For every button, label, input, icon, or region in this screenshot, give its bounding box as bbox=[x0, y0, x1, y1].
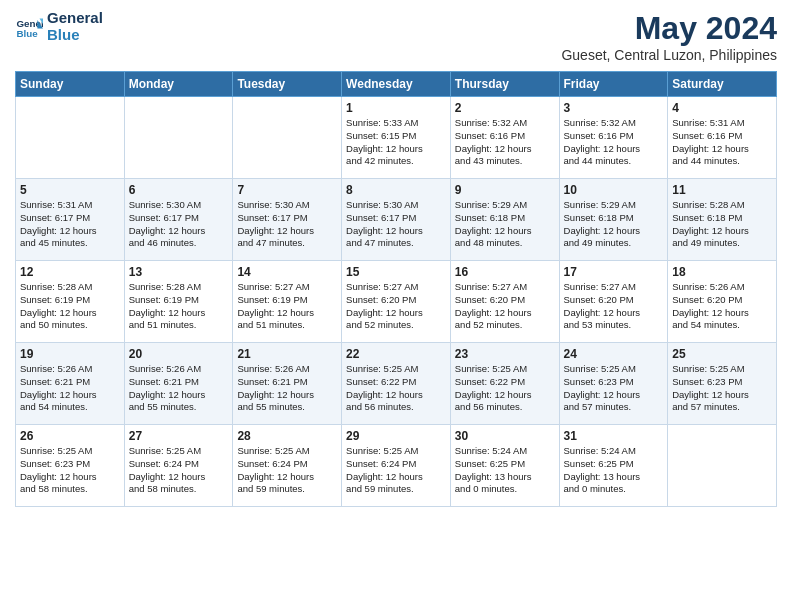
day-number: 22 bbox=[346, 347, 446, 361]
day-number: 15 bbox=[346, 265, 446, 279]
main-title: May 2024 bbox=[561, 10, 777, 47]
week-row-3: 12Sunrise: 5:28 AM Sunset: 6:19 PM Dayli… bbox=[16, 261, 777, 343]
day-number: 12 bbox=[20, 265, 120, 279]
day-info: Sunrise: 5:32 AM Sunset: 6:16 PM Dayligh… bbox=[564, 117, 664, 168]
calendar-header: SundayMondayTuesdayWednesdayThursdayFrid… bbox=[16, 72, 777, 97]
day-number: 29 bbox=[346, 429, 446, 443]
day-info: Sunrise: 5:25 AM Sunset: 6:23 PM Dayligh… bbox=[20, 445, 120, 496]
calendar-body: 1Sunrise: 5:33 AM Sunset: 6:15 PM Daylig… bbox=[16, 97, 777, 507]
day-info: Sunrise: 5:27 AM Sunset: 6:20 PM Dayligh… bbox=[346, 281, 446, 332]
day-number: 20 bbox=[129, 347, 229, 361]
day-info: Sunrise: 5:28 AM Sunset: 6:19 PM Dayligh… bbox=[20, 281, 120, 332]
week-row-1: 1Sunrise: 5:33 AM Sunset: 6:15 PM Daylig… bbox=[16, 97, 777, 179]
day-info: Sunrise: 5:32 AM Sunset: 6:16 PM Dayligh… bbox=[455, 117, 555, 168]
day-info: Sunrise: 5:30 AM Sunset: 6:17 PM Dayligh… bbox=[237, 199, 337, 250]
header-monday: Monday bbox=[124, 72, 233, 97]
day-number: 9 bbox=[455, 183, 555, 197]
week-row-4: 19Sunrise: 5:26 AM Sunset: 6:21 PM Dayli… bbox=[16, 343, 777, 425]
day-number: 16 bbox=[455, 265, 555, 279]
calendar-cell bbox=[16, 97, 125, 179]
day-number: 8 bbox=[346, 183, 446, 197]
day-number: 30 bbox=[455, 429, 555, 443]
subtitle: Gueset, Central Luzon, Philippines bbox=[561, 47, 777, 63]
calendar-cell bbox=[233, 97, 342, 179]
day-info: Sunrise: 5:25 AM Sunset: 6:24 PM Dayligh… bbox=[346, 445, 446, 496]
calendar-cell: 7Sunrise: 5:30 AM Sunset: 6:17 PM Daylig… bbox=[233, 179, 342, 261]
day-info: Sunrise: 5:24 AM Sunset: 6:25 PM Dayligh… bbox=[455, 445, 555, 496]
day-number: 26 bbox=[20, 429, 120, 443]
day-number: 1 bbox=[346, 101, 446, 115]
week-row-2: 5Sunrise: 5:31 AM Sunset: 6:17 PM Daylig… bbox=[16, 179, 777, 261]
calendar-cell: 8Sunrise: 5:30 AM Sunset: 6:17 PM Daylig… bbox=[342, 179, 451, 261]
calendar-table: SundayMondayTuesdayWednesdayThursdayFrid… bbox=[15, 71, 777, 507]
week-row-5: 26Sunrise: 5:25 AM Sunset: 6:23 PM Dayli… bbox=[16, 425, 777, 507]
day-number: 27 bbox=[129, 429, 229, 443]
day-info: Sunrise: 5:27 AM Sunset: 6:19 PM Dayligh… bbox=[237, 281, 337, 332]
header-saturday: Saturday bbox=[668, 72, 777, 97]
day-number: 3 bbox=[564, 101, 664, 115]
day-number: 4 bbox=[672, 101, 772, 115]
day-number: 2 bbox=[455, 101, 555, 115]
day-info: Sunrise: 5:29 AM Sunset: 6:18 PM Dayligh… bbox=[564, 199, 664, 250]
calendar-cell: 5Sunrise: 5:31 AM Sunset: 6:17 PM Daylig… bbox=[16, 179, 125, 261]
day-number: 25 bbox=[672, 347, 772, 361]
day-info: Sunrise: 5:31 AM Sunset: 6:17 PM Dayligh… bbox=[20, 199, 120, 250]
day-number: 21 bbox=[237, 347, 337, 361]
calendar-cell: 4Sunrise: 5:31 AM Sunset: 6:16 PM Daylig… bbox=[668, 97, 777, 179]
header-tuesday: Tuesday bbox=[233, 72, 342, 97]
day-info: Sunrise: 5:24 AM Sunset: 6:25 PM Dayligh… bbox=[564, 445, 664, 496]
calendar-cell: 21Sunrise: 5:26 AM Sunset: 6:21 PM Dayli… bbox=[233, 343, 342, 425]
calendar-cell: 19Sunrise: 5:26 AM Sunset: 6:21 PM Dayli… bbox=[16, 343, 125, 425]
day-number: 7 bbox=[237, 183, 337, 197]
day-info: Sunrise: 5:26 AM Sunset: 6:21 PM Dayligh… bbox=[129, 363, 229, 414]
calendar-cell: 10Sunrise: 5:29 AM Sunset: 6:18 PM Dayli… bbox=[559, 179, 668, 261]
calendar-cell: 22Sunrise: 5:25 AM Sunset: 6:22 PM Dayli… bbox=[342, 343, 451, 425]
day-info: Sunrise: 5:25 AM Sunset: 6:22 PM Dayligh… bbox=[346, 363, 446, 414]
calendar-cell: 12Sunrise: 5:28 AM Sunset: 6:19 PM Dayli… bbox=[16, 261, 125, 343]
calendar-cell: 11Sunrise: 5:28 AM Sunset: 6:18 PM Dayli… bbox=[668, 179, 777, 261]
day-number: 14 bbox=[237, 265, 337, 279]
day-info: Sunrise: 5:26 AM Sunset: 6:20 PM Dayligh… bbox=[672, 281, 772, 332]
day-info: Sunrise: 5:28 AM Sunset: 6:18 PM Dayligh… bbox=[672, 199, 772, 250]
day-number: 5 bbox=[20, 183, 120, 197]
calendar-cell: 3Sunrise: 5:32 AM Sunset: 6:16 PM Daylig… bbox=[559, 97, 668, 179]
day-number: 17 bbox=[564, 265, 664, 279]
calendar-cell: 27Sunrise: 5:25 AM Sunset: 6:24 PM Dayli… bbox=[124, 425, 233, 507]
title-block: May 2024 Gueset, Central Luzon, Philippi… bbox=[561, 10, 777, 63]
day-info: Sunrise: 5:31 AM Sunset: 6:16 PM Dayligh… bbox=[672, 117, 772, 168]
calendar-cell: 13Sunrise: 5:28 AM Sunset: 6:19 PM Dayli… bbox=[124, 261, 233, 343]
calendar-cell: 16Sunrise: 5:27 AM Sunset: 6:20 PM Dayli… bbox=[450, 261, 559, 343]
calendar-cell: 30Sunrise: 5:24 AM Sunset: 6:25 PM Dayli… bbox=[450, 425, 559, 507]
day-info: Sunrise: 5:30 AM Sunset: 6:17 PM Dayligh… bbox=[346, 199, 446, 250]
logo-text-general: General bbox=[47, 10, 103, 27]
calendar-cell: 2Sunrise: 5:32 AM Sunset: 6:16 PM Daylig… bbox=[450, 97, 559, 179]
header-sunday: Sunday bbox=[16, 72, 125, 97]
day-info: Sunrise: 5:25 AM Sunset: 6:23 PM Dayligh… bbox=[564, 363, 664, 414]
header-friday: Friday bbox=[559, 72, 668, 97]
calendar-cell: 26Sunrise: 5:25 AM Sunset: 6:23 PM Dayli… bbox=[16, 425, 125, 507]
logo-text-blue: Blue bbox=[47, 27, 103, 44]
day-info: Sunrise: 5:27 AM Sunset: 6:20 PM Dayligh… bbox=[455, 281, 555, 332]
header-row: SundayMondayTuesdayWednesdayThursdayFrid… bbox=[16, 72, 777, 97]
calendar-cell: 25Sunrise: 5:25 AM Sunset: 6:23 PM Dayli… bbox=[668, 343, 777, 425]
header-wednesday: Wednesday bbox=[342, 72, 451, 97]
day-number: 6 bbox=[129, 183, 229, 197]
day-number: 19 bbox=[20, 347, 120, 361]
day-number: 10 bbox=[564, 183, 664, 197]
calendar-cell: 24Sunrise: 5:25 AM Sunset: 6:23 PM Dayli… bbox=[559, 343, 668, 425]
day-number: 23 bbox=[455, 347, 555, 361]
day-info: Sunrise: 5:25 AM Sunset: 6:23 PM Dayligh… bbox=[672, 363, 772, 414]
calendar-cell: 9Sunrise: 5:29 AM Sunset: 6:18 PM Daylig… bbox=[450, 179, 559, 261]
day-info: Sunrise: 5:25 AM Sunset: 6:22 PM Dayligh… bbox=[455, 363, 555, 414]
calendar-cell: 17Sunrise: 5:27 AM Sunset: 6:20 PM Dayli… bbox=[559, 261, 668, 343]
day-info: Sunrise: 5:26 AM Sunset: 6:21 PM Dayligh… bbox=[20, 363, 120, 414]
calendar-cell: 1Sunrise: 5:33 AM Sunset: 6:15 PM Daylig… bbox=[342, 97, 451, 179]
logo-icon: General Blue bbox=[15, 13, 43, 41]
day-number: 11 bbox=[672, 183, 772, 197]
day-number: 31 bbox=[564, 429, 664, 443]
day-info: Sunrise: 5:25 AM Sunset: 6:24 PM Dayligh… bbox=[237, 445, 337, 496]
calendar-cell bbox=[668, 425, 777, 507]
calendar-cell: 6Sunrise: 5:30 AM Sunset: 6:17 PM Daylig… bbox=[124, 179, 233, 261]
day-info: Sunrise: 5:28 AM Sunset: 6:19 PM Dayligh… bbox=[129, 281, 229, 332]
day-info: Sunrise: 5:27 AM Sunset: 6:20 PM Dayligh… bbox=[564, 281, 664, 332]
